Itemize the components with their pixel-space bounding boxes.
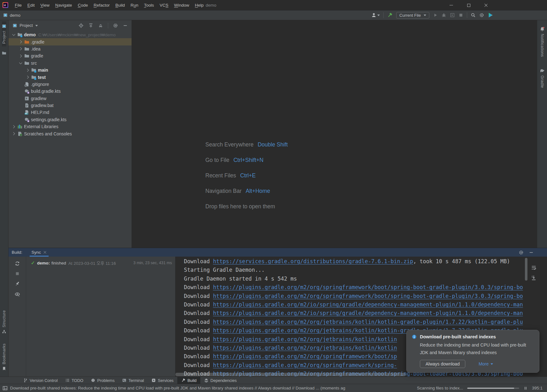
- tree-item-src[interactable]: src: [9, 60, 132, 67]
- tool-window-button-version-control[interactable]: Version Control: [20, 377, 62, 384]
- chevron-right-icon[interactable]: [25, 75, 30, 80]
- caret-position[interactable]: 395:1: [532, 386, 543, 390]
- tool-window-button-dependencies[interactable]: Dependencies: [200, 377, 240, 384]
- tool-window-button-services[interactable]: Services: [148, 377, 177, 384]
- menu-view[interactable]: View: [38, 3, 52, 8]
- menu-edit[interactable]: Edit: [25, 3, 38, 8]
- tree-item-main[interactable]: main: [9, 67, 132, 74]
- panel-options-button[interactable]: [113, 23, 118, 28]
- tree-item-settings-gradle-kts[interactable]: Ksettings.gradle.kts: [9, 116, 132, 123]
- profile-button[interactable]: [371, 13, 380, 18]
- menu-build[interactable]: Build: [113, 3, 128, 8]
- tool-window-layout-icon[interactable]: [3, 386, 8, 391]
- maximize-button[interactable]: [460, 0, 477, 10]
- chevron-down-icon[interactable]: [11, 33, 16, 37]
- console-url-link[interactable]: https://plugins.gradle.org/m2/org/jetbra…: [213, 345, 397, 351]
- console-url-link[interactable]: https://plugins.gradle.org/m2/org/spring…: [213, 362, 397, 368]
- shortcut-keys-link[interactable]: Double Shift: [258, 141, 288, 148]
- chevron-right-icon[interactable]: [25, 68, 30, 73]
- tree-item-external-libraries[interactable]: External Libraries: [9, 123, 132, 130]
- sync-tab[interactable]: Sync: [30, 248, 48, 257]
- tree-item-gradlew-bat[interactable]: gradlew.bat: [9, 102, 132, 109]
- project-view-dropdown-icon[interactable]: [35, 25, 38, 28]
- console-url-link[interactable]: https://plugins.gradle.org/m2/org/jetbra…: [213, 336, 397, 342]
- always-download-button[interactable]: Always download: [420, 360, 465, 368]
- menu-tools[interactable]: Tools: [141, 3, 157, 8]
- menu-window[interactable]: Window: [171, 3, 192, 8]
- chevron-right-icon[interactable]: [18, 39, 23, 44]
- more-dropdown[interactable]: More: [479, 361, 493, 366]
- search-everywhere-button[interactable]: [471, 13, 476, 18]
- chevron-right-icon[interactable]: [11, 131, 16, 136]
- console-url-link[interactable]: https://plugins.gradle.org/m2/io/spring/…: [213, 310, 523, 316]
- menu-file[interactable]: File: [12, 3, 25, 8]
- console-url-link[interactable]: https://plugins.gradle.org/m2/io/spring/…: [213, 301, 523, 308]
- stripe-tab-structure[interactable]: Structure: [2, 308, 6, 336]
- stripe-tab-bookmarks[interactable]: Bookmarks: [2, 341, 6, 373]
- build-run-row[interactable]: ✓ demo: finished At 2023-03-01 오후 11:16 …: [26, 259, 175, 267]
- scroll-to-end-button[interactable]: [531, 275, 537, 281]
- settings-button[interactable]: [479, 13, 484, 18]
- tree-item-scratches-and-consoles[interactable]: Scratches and Consoles: [9, 130, 132, 137]
- close-button[interactable]: [477, 0, 495, 10]
- collapse-all-button[interactable]: [98, 23, 103, 28]
- debug-button[interactable]: [441, 13, 446, 18]
- tree-item--gradle[interactable]: .gradle: [9, 38, 132, 45]
- console-url-link[interactable]: https://services.gradle.org/distribution…: [213, 258, 413, 264]
- ide-features-trainer-icon[interactable]: [488, 12, 493, 18]
- tree-item-gradle[interactable]: gradle: [9, 52, 132, 59]
- menu-code[interactable]: Code: [75, 3, 91, 8]
- chevron-down-icon[interactable]: [18, 61, 23, 65]
- tree-item-build-gradle-kts[interactable]: Kbuild.gradle.kts: [9, 88, 132, 95]
- pause-indexing-button[interactable]: [523, 386, 528, 390]
- console-horizontal-scrollbar[interactable]: [175, 373, 406, 376]
- tree-item-test[interactable]: test: [9, 74, 132, 80]
- stripe-tab-gradle[interactable]: Gradle: [540, 66, 545, 91]
- tree-item--gitignore[interactable]: .gitignore: [9, 81, 132, 88]
- hide-panel-button[interactable]: [123, 23, 128, 28]
- tool-window-button-terminal[interactable]: Terminal: [118, 377, 148, 384]
- console-url-link[interactable]: https://plugins.gradle.org/m2/org/spring…: [213, 284, 523, 290]
- project-panel-title[interactable]: Project: [20, 23, 33, 28]
- chevron-right-icon[interactable]: [11, 124, 16, 129]
- tree-item-help-md[interactable]: MDHELP.md: [9, 109, 132, 116]
- menu-vcs[interactable]: VCS: [157, 3, 171, 8]
- console-vertical-scrollbar[interactable]: [525, 258, 527, 281]
- editor-area[interactable]: Search EverywhereDouble ShiftGo to FileC…: [132, 20, 537, 248]
- stop-build-button[interactable]: [15, 271, 20, 276]
- run-with-coverage-button[interactable]: [450, 13, 455, 18]
- navigation-breadcrumb[interactable]: demo: [3, 13, 21, 18]
- menu-run[interactable]: Run: [128, 3, 141, 8]
- tool-window-button-build[interactable]: Build: [177, 377, 200, 384]
- hide-build-panel-button[interactable]: [529, 250, 534, 255]
- stop-button[interactable]: [458, 13, 463, 18]
- folder-stripe-icon[interactable]: [2, 51, 6, 55]
- tool-window-button-problems[interactable]: Problems: [87, 377, 118, 384]
- select-opened-file-button[interactable]: [79, 23, 84, 28]
- tree-item-gradlew[interactable]: gradlew: [9, 95, 132, 102]
- shortcut-keys-link[interactable]: Ctrl+Shift+N: [233, 157, 263, 163]
- menu-navigate[interactable]: Navigate: [52, 3, 75, 8]
- pin-tab-button[interactable]: [15, 281, 20, 287]
- stripe-tab-notifications[interactable]: Notifications: [540, 24, 545, 59]
- shortcut-keys-link[interactable]: Alt+Home: [246, 188, 270, 194]
- view-options-button[interactable]: [15, 291, 20, 297]
- console-url-link[interactable]: https://plugins.gradle.org/m2/org/spring…: [213, 293, 523, 299]
- sync-tab-close-icon[interactable]: [44, 251, 47, 254]
- status-message[interactable]: Download pre-built shared indexes: Reduc…: [10, 386, 345, 390]
- build-settings-button[interactable]: [519, 250, 524, 255]
- chevron-right-icon[interactable]: [18, 46, 23, 51]
- rerun-build-button[interactable]: [15, 261, 20, 266]
- chevron-right-icon[interactable]: [18, 54, 23, 58]
- menu-refactor[interactable]: Refactor: [91, 3, 113, 8]
- run-button[interactable]: [433, 13, 438, 18]
- soft-wrap-button[interactable]: [531, 265, 537, 270]
- console-url-link[interactable]: https://plugins.gradle.org/m2/org/spring…: [213, 353, 397, 359]
- menu-help[interactable]: Help: [192, 3, 207, 8]
- run-configuration-select[interactable]: Current File: [396, 12, 429, 19]
- minimize-button[interactable]: [443, 0, 460, 10]
- shortcut-keys-link[interactable]: Ctrl+E: [240, 172, 256, 179]
- console-url-link[interactable]: https://plugins.gradle.org/m2/org/jetbra…: [213, 319, 523, 325]
- build-project-button[interactable]: [387, 12, 393, 18]
- expand-all-button[interactable]: [88, 23, 93, 28]
